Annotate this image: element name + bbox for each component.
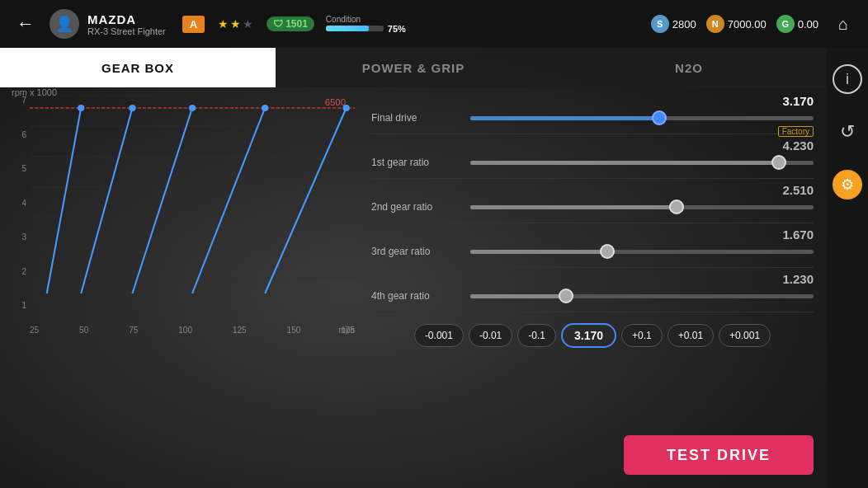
gear1-value: 4.230 [371,138,814,152]
gear3-track [470,250,814,254]
back-button[interactable]: ← [10,8,41,40]
home-button[interactable]: ⌂ [828,9,858,39]
gear1-row: 1st gear ratio [371,154,814,171]
gear-row-4th: 1.230 4th gear ratio [371,272,814,304]
inc-01-button[interactable]: +0.1 [621,324,663,347]
gear4-track [470,294,814,298]
gear2-row: 2nd gear ratio [371,199,814,215]
silver-icon: S [651,15,669,33]
condition-bar-wrap: 75% [326,24,406,34]
factory-label: Factory [778,126,814,137]
shield-value: 1501 [285,18,308,30]
svg-line-9 [47,108,81,293]
condition-fill [326,26,370,31]
gear1-thumb[interactable] [771,155,786,170]
svg-line-13 [265,108,347,293]
gear-chart: 6500 [30,96,355,310]
main-content: rpm x 1000 1 2 3 4 5 6 7 [0,87,827,488]
tab-n2o[interactable]: N2O [551,48,827,87]
condition-pct: 75% [388,24,406,34]
gear-row-2nd: 2.510 2nd gear ratio [371,183,814,215]
gear4-value: 1.230 [371,272,814,286]
gear3-row: 3rd gear ratio [371,243,814,260]
currency-row: S 2800 N 7000.00 G 0.00 ⌂ [651,9,858,39]
green-currency: G 0.00 [776,15,818,33]
svg-point-18 [342,105,349,111]
svg-point-16 [189,105,196,111]
gear4-slider[interactable] [470,288,814,304]
refresh-icon: ↺ [840,121,855,143]
gear3-label: 3rd gear ratio [371,246,462,257]
gold-value: 7000.00 [728,18,767,30]
gear2-label: 2nd gear ratio [371,201,462,213]
final-drive-slider[interactable]: Factory [470,110,814,126]
gear1-fill [470,161,779,165]
gear2-thumb[interactable] [669,199,684,214]
green-icon: G [776,15,795,33]
increment-row: -0.001 -0.01 -0.1 3.170 +0.1 +0.01 +0.00… [371,323,814,348]
info-icon: i [846,71,849,88]
avatar-icon: 👤 [55,15,73,33]
graph-panel: rpm x 1000 1 2 3 4 5 6 7 [0,87,363,488]
tab-power-grip[interactable]: POWER & GRIP [276,48,551,87]
gold-currency: N 7000.00 [706,15,767,33]
final-drive-fill [470,116,659,120]
final-drive-row: Final drive Factory [371,110,814,126]
stars: ★ ★ ★ [218,17,253,30]
gear1-slider[interactable] [470,154,814,171]
x-labels: 25 50 75 100 125 150 175 [30,326,355,335]
final-drive-label: Final drive [371,112,462,124]
svg-point-14 [78,105,84,111]
dec-01-button[interactable]: -0.1 [517,324,556,347]
header: ← 👤 MAZDA RX-3 Street Fighter A ★ ★ ★ 🛡 … [0,0,868,48]
dec-0001-button[interactable]: -0.001 [414,324,464,347]
settings-button[interactable]: ⚙ [833,170,862,199]
gear2-value: 2.510 [371,183,814,197]
graph-area: 1 2 3 4 5 6 7 6500 [12,96,355,343]
dec-001-button[interactable]: -0.01 [469,324,512,347]
gear1-label: 1st gear ratio [371,157,462,168]
svg-line-12 [192,108,265,293]
final-drive-thumb[interactable] [652,110,667,125]
gold-icon: N [706,15,724,33]
tab-gearbox-label: GEAR BOX [101,61,174,75]
gear4-fill [470,294,566,298]
shield-icon: 🛡 [273,18,283,30]
green-value: 0.00 [798,18,818,30]
mph-label: mph [339,326,355,335]
star-1: ★ [218,17,229,30]
gear1-track [470,161,814,165]
gear4-row: 4th gear ratio [371,288,814,304]
inc-001-button[interactable]: +0.01 [668,324,714,347]
car-model: RX-3 Street Fighter [87,26,166,36]
gear-row-3rd: 1.670 3rd gear ratio [371,228,814,260]
car-info: MAZDA RX-3 Street Fighter [87,12,166,36]
condition-wrap: Condition 75% [326,15,406,34]
svg-line-10 [81,108,132,293]
svg-line-11 [132,108,192,293]
controls-panel: 3.170 Final drive Factory 4.230 1st gear… [363,87,827,488]
svg-point-15 [129,105,135,111]
gear2-track [470,205,814,209]
gear3-slider[interactable] [470,243,814,260]
info-button[interactable]: i [833,64,862,94]
gear4-thumb[interactable] [559,289,573,303]
gear2-slider[interactable] [470,199,814,215]
gear3-fill [470,250,607,254]
grade-badge: A [182,16,205,33]
tab-gearbox[interactable]: GEAR BOX [0,48,276,87]
refresh-button[interactable]: ↺ [833,117,862,147]
y-labels: 1 2 3 4 5 6 7 [12,96,26,310]
gear-row-final: 3.170 Final drive Factory [371,94,814,126]
car-name: MAZDA [87,12,166,26]
test-drive-button[interactable]: TEST DRIVE [624,435,814,475]
inc-0001-button[interactable]: +0.001 [719,324,771,347]
right-sidebar: i ↺ ⚙ [827,48,868,488]
gear3-thumb[interactable] [600,244,615,259]
gear-row-1st: 4.230 1st gear ratio [371,138,814,171]
avatar: 👤 [50,9,79,39]
final-drive-track [470,116,814,120]
svg-point-17 [262,105,268,111]
tab-n2o-label: N2O [675,61,703,75]
svg-text:6500: 6500 [325,97,346,107]
